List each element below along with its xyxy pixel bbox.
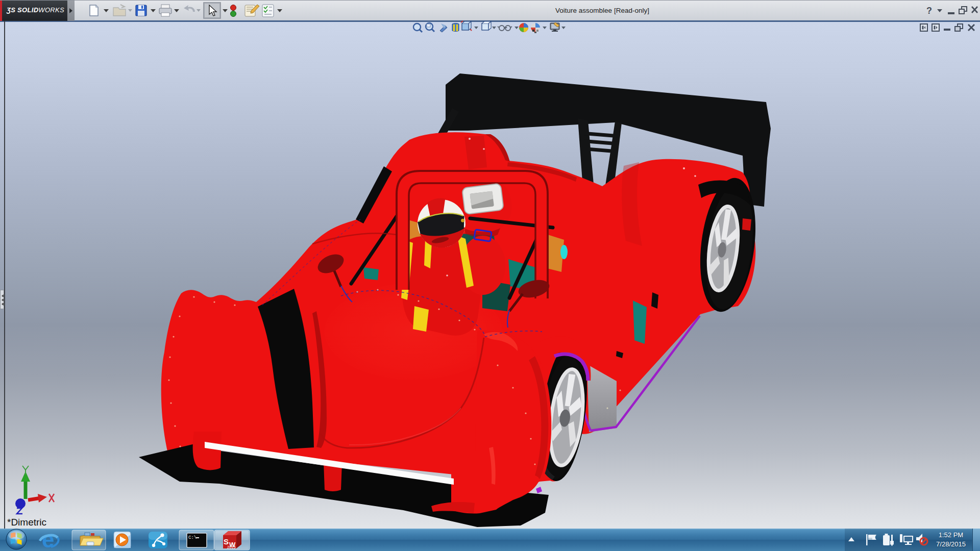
svg-text:e: e <box>42 529 54 551</box>
svg-text:*Dimetric: *Dimetric <box>7 517 46 528</box>
svg-text:?: ? <box>926 6 932 16</box>
svg-text:C:\: C:\ <box>188 535 197 540</box>
svg-text:2015: 2015 <box>227 545 236 549</box>
